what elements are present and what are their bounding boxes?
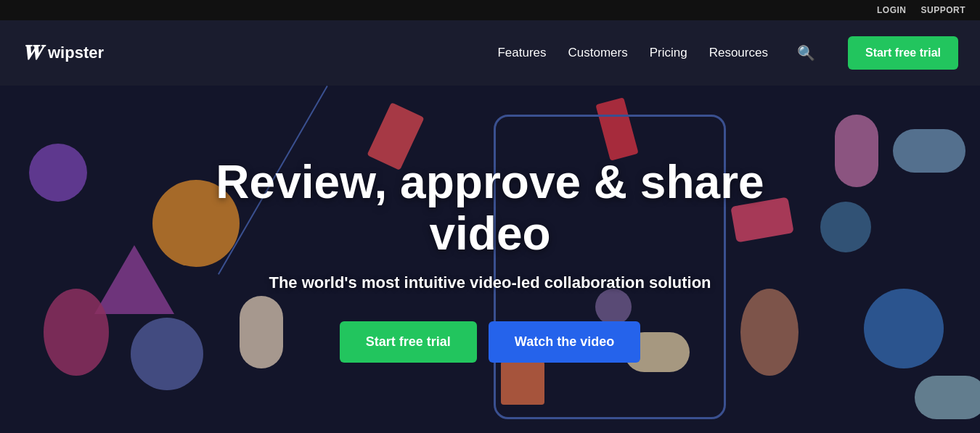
logo-text: wipster <box>48 44 104 62</box>
hero-section: Review, approve & share video The world'… <box>0 86 980 433</box>
hero-title: Review, approve & share video <box>200 157 780 259</box>
logo-w-icon: 𝐖 <box>22 41 42 65</box>
nav-links: Features Customers Pricing Resources 🔍 S… <box>497 36 958 70</box>
main-navbar: 𝐖 wipster Features Customers Pricing Res… <box>0 20 980 86</box>
shape-pink-oval <box>44 289 109 376</box>
shape-blue-circle-sm-right <box>820 202 871 252</box>
support-link[interactable]: SUPPORT <box>920 5 965 15</box>
hero-start-trial-button[interactable]: Start free trial <box>340 321 477 363</box>
login-link[interactable]: LOGIN <box>877 5 907 15</box>
nav-customers[interactable]: Customers <box>568 46 628 60</box>
nav-pricing[interactable]: Pricing <box>650 46 687 60</box>
hero-watch-video-button[interactable]: Watch the video <box>489 321 640 363</box>
nav-resources[interactable]: Resources <box>709 46 768 60</box>
shape-orange-square <box>501 361 544 405</box>
shape-blue-circle-left <box>131 318 203 390</box>
nav-cta-button[interactable]: Start free trial <box>848 36 958 70</box>
shape-purple-circle <box>29 144 87 202</box>
shape-purple-triangle <box>94 245 174 314</box>
search-icon[interactable]: 🔍 <box>797 44 815 62</box>
hero-buttons: Start free trial Watch the video <box>200 321 780 363</box>
shape-blue-circle-right <box>864 289 944 368</box>
shape-red-rect-center2 <box>595 97 638 161</box>
shape-gray-pill-bottom <box>915 376 980 419</box>
hero-subtitle: The world's most intuitive video-led col… <box>200 273 780 292</box>
hero-content: Review, approve & share video The world'… <box>200 157 780 363</box>
logo-link[interactable]: 𝐖 wipster <box>22 41 104 65</box>
shape-gray-pill-right <box>893 129 965 173</box>
shape-purple-pill-right <box>835 115 878 187</box>
top-utility-bar: LOGIN SUPPORT <box>0 0 980 20</box>
nav-features[interactable]: Features <box>497 46 546 60</box>
